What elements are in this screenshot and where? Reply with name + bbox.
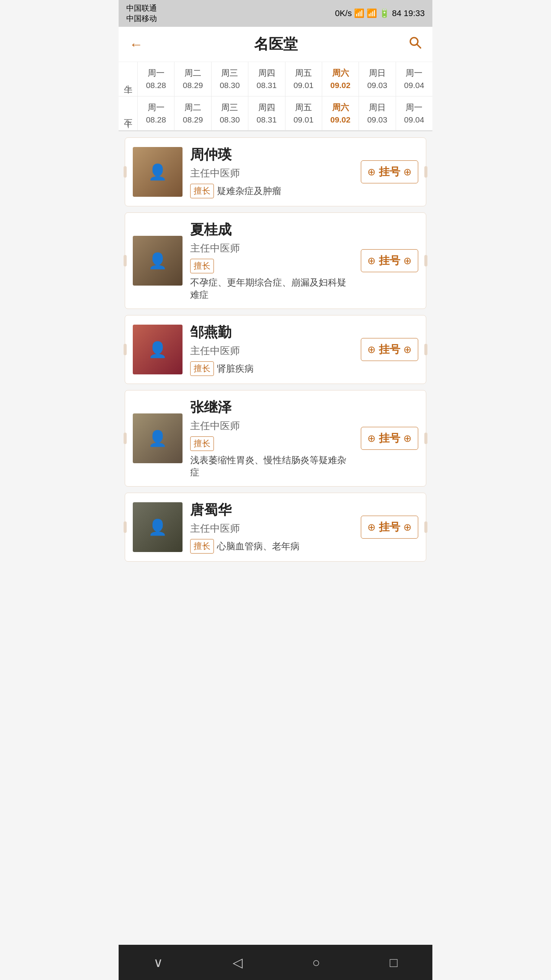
morning-day-cell-4[interactable]: 周五09.01 xyxy=(285,62,322,96)
doctor-avatar-0: 👤 xyxy=(133,147,183,197)
doctor-specialty-0: 擅长 疑难杂症及肿瘤 xyxy=(190,184,353,198)
status-right: 0K/s 📶 📶 🔋 84 19:33 xyxy=(335,8,425,18)
back-button[interactable]: ← xyxy=(129,36,143,52)
register-icon2-3: ⊕ xyxy=(403,433,412,444)
doctor-title-1: 主任中医师 xyxy=(190,242,353,255)
register-label-1: 挂号 xyxy=(379,253,400,268)
register-btn-inner-1[interactable]: ⊕ 挂号 ⊕ xyxy=(361,249,418,272)
afternoon-day-cells: 周一08.28周二08.29周三08.30周四08.31周五09.01周六09.… xyxy=(138,96,432,131)
doctor-card-0: 👤 周仲瑛 主任中医师 擅长 疑难杂症及肿瘤 ⊕ 挂号 ⊕ xyxy=(125,137,426,206)
register-icon-2: ⊕ xyxy=(367,344,376,356)
afternoon-day-cell-4[interactable]: 周五09.01 xyxy=(285,96,322,131)
register-icon2-2: ⊕ xyxy=(403,344,412,356)
morning-label: 上午 xyxy=(119,62,138,96)
carrier2: 中国移动 xyxy=(126,13,157,24)
morning-day-cells: 周一08.28周二08.29周三08.30周四08.31周五09.01周六09.… xyxy=(138,62,432,96)
specialty-tag-2: 擅长 xyxy=(190,361,214,376)
wifi-icon: 📶 xyxy=(354,8,364,18)
clock: 19:33 xyxy=(404,8,425,18)
doctor-avatar-3: 👤 xyxy=(133,413,183,463)
register-btn-inner-2[interactable]: ⊕ 挂号 ⊕ xyxy=(361,338,418,361)
afternoon-day-cell-1[interactable]: 周二08.29 xyxy=(174,96,211,131)
doctor-card-2: 👤 邹燕勤 主任中医师 擅长 肾脏疾病 ⊕ 挂号 ⊕ xyxy=(125,315,426,384)
doctor-avatar-2: 👤 xyxy=(133,325,183,374)
schedule-grid: 上午 周一08.28周二08.29周三08.30周四08.31周五09.01周六… xyxy=(119,62,432,131)
register-icon2-4: ⊕ xyxy=(403,521,412,533)
afternoon-day-cell-3[interactable]: 周四08.31 xyxy=(248,96,285,131)
afternoon-label: 下午 xyxy=(119,96,138,131)
doctor-title-0: 主任中医师 xyxy=(190,167,353,180)
register-icon-4: ⊕ xyxy=(367,521,376,533)
specialty-tag-4: 擅长 xyxy=(190,539,214,554)
register-icon-0: ⊕ xyxy=(367,166,376,178)
register-btn-4[interactable]: ⊕ 挂号 ⊕ xyxy=(361,516,418,539)
specialty-text-1: 不孕症、更年期综合症、崩漏及妇科疑难症 xyxy=(190,276,353,301)
doctor-specialty-3: 擅长 浅表萎缩性胃炎、慢性结肠炎等疑难杂症 xyxy=(190,436,353,479)
specialty-text-0: 疑难杂症及肿瘤 xyxy=(217,185,281,197)
morning-day-cell-3[interactable]: 周四08.31 xyxy=(248,62,285,96)
doctor-card-4: 👤 唐蜀华 主任中医师 擅长 心脑血管病、老年病 ⊕ 挂号 ⊕ xyxy=(125,493,426,562)
register-btn-inner-3[interactable]: ⊕ 挂号 ⊕ xyxy=(361,427,418,450)
morning-day-cell-2[interactable]: 周三08.30 xyxy=(212,62,248,96)
register-label-0: 挂号 xyxy=(379,165,400,179)
doctor-avatar-1: 👤 xyxy=(133,236,183,286)
doctor-name-4: 唐蜀华 xyxy=(190,501,353,519)
morning-day-cell-5[interactable]: 周六09.02 xyxy=(322,62,359,96)
afternoon-row: 下午 周一08.28周二08.29周三08.30周四08.31周五09.01周六… xyxy=(119,96,432,131)
doctor-info-1: 夏桂成 主任中医师 擅长 不孕症、更年期综合症、崩漏及妇科疑难症 xyxy=(190,220,353,301)
header: ← 名医堂 xyxy=(119,27,432,62)
status-bar: 中国联通 中国移动 0K/s 📶 📶 🔋 84 19:33 xyxy=(119,0,432,27)
search-button[interactable] xyxy=(409,36,422,52)
doctor-info-4: 唐蜀华 主任中医师 擅长 心脑血管病、老年病 xyxy=(190,501,353,554)
register-btn-3[interactable]: ⊕ 挂号 ⊕ xyxy=(361,427,418,450)
morning-day-cell-6[interactable]: 周日09.03 xyxy=(359,62,396,96)
signal-icon: 📶 xyxy=(367,8,377,18)
doctor-title-3: 主任中医师 xyxy=(190,419,353,433)
specialty-text-3: 浅表萎缩性胃炎、慢性结肠炎等疑难杂症 xyxy=(190,454,353,479)
morning-day-cell-0[interactable]: 周一08.28 xyxy=(138,62,174,96)
register-btn-inner-0[interactable]: ⊕ 挂号 ⊕ xyxy=(361,160,418,183)
afternoon-day-cell-7[interactable]: 周一09.04 xyxy=(396,96,432,131)
register-btn-1[interactable]: ⊕ 挂号 ⊕ xyxy=(361,249,418,272)
register-btn-2[interactable]: ⊕ 挂号 ⊕ xyxy=(361,338,418,361)
doctor-list: 👤 周仲瑛 主任中医师 擅长 疑难杂症及肿瘤 ⊕ 挂号 ⊕ 👤 xyxy=(119,131,432,568)
register-icon2-0: ⊕ xyxy=(403,166,412,178)
doctor-info-2: 邹燕勤 主任中医师 擅长 肾脏疾病 xyxy=(190,323,353,376)
doctor-name-0: 周仲瑛 xyxy=(190,145,353,164)
doctor-photo-3: 👤 xyxy=(133,413,183,463)
doctor-card-1: 👤 夏桂成 主任中医师 擅长 不孕症、更年期综合症、崩漏及妇科疑难症 ⊕ 挂号 … xyxy=(125,212,426,309)
doctor-name-2: 邹燕勤 xyxy=(190,323,353,342)
register-btn-0[interactable]: ⊕ 挂号 ⊕ xyxy=(361,160,418,183)
afternoon-day-cell-5[interactable]: 周六09.02 xyxy=(322,96,359,131)
register-label-2: 挂号 xyxy=(379,342,400,357)
specialty-tag-3: 擅长 xyxy=(190,436,214,451)
register-label-4: 挂号 xyxy=(379,520,400,534)
doctor-specialty-2: 擅长 肾脏疾病 xyxy=(190,361,353,376)
doctor-specialty-4: 擅长 心脑血管病、老年病 xyxy=(190,539,353,554)
doctor-photo-0: 👤 xyxy=(133,147,183,197)
afternoon-day-cell-0[interactable]: 周一08.28 xyxy=(138,96,174,131)
doctor-photo-2: 👤 xyxy=(133,325,183,374)
register-btn-inner-4[interactable]: ⊕ 挂号 ⊕ xyxy=(361,516,418,539)
network-speed: 0K/s xyxy=(335,8,352,18)
morning-day-cell-1[interactable]: 周二08.29 xyxy=(174,62,211,96)
doctor-name-1: 夏桂成 xyxy=(190,220,353,239)
doctor-info-3: 张继泽 主任中医师 擅长 浅表萎缩性胃炎、慢性结肠炎等疑难杂症 xyxy=(190,398,353,479)
battery-label: 🔋 xyxy=(379,8,390,18)
specialty-text-2: 肾脏疾病 xyxy=(217,363,254,375)
doctor-specialty-1: 擅长 不孕症、更年期综合症、崩漏及妇科疑难症 xyxy=(190,259,353,301)
page-title: 名医堂 xyxy=(254,34,298,54)
doctor-avatar-4: 👤 xyxy=(133,502,183,552)
register-icon-1: ⊕ xyxy=(367,255,376,267)
carrier1: 中国联通 xyxy=(126,3,157,13)
register-label-3: 挂号 xyxy=(379,431,400,446)
doctor-photo-1: 👤 xyxy=(133,236,183,286)
battery-value: 84 xyxy=(392,8,401,18)
doctor-card-3: 👤 张继泽 主任中医师 擅长 浅表萎缩性胃炎、慢性结肠炎等疑难杂症 ⊕ 挂号 ⊕ xyxy=(125,390,426,487)
afternoon-day-cell-6[interactable]: 周日09.03 xyxy=(359,96,396,131)
afternoon-day-cell-2[interactable]: 周三08.30 xyxy=(212,96,248,131)
register-icon2-1: ⊕ xyxy=(403,255,412,267)
specialty-tag-1: 擅长 xyxy=(190,259,214,273)
doctor-photo-4: 👤 xyxy=(133,502,183,552)
morning-day-cell-7[interactable]: 周一09.04 xyxy=(396,62,432,96)
